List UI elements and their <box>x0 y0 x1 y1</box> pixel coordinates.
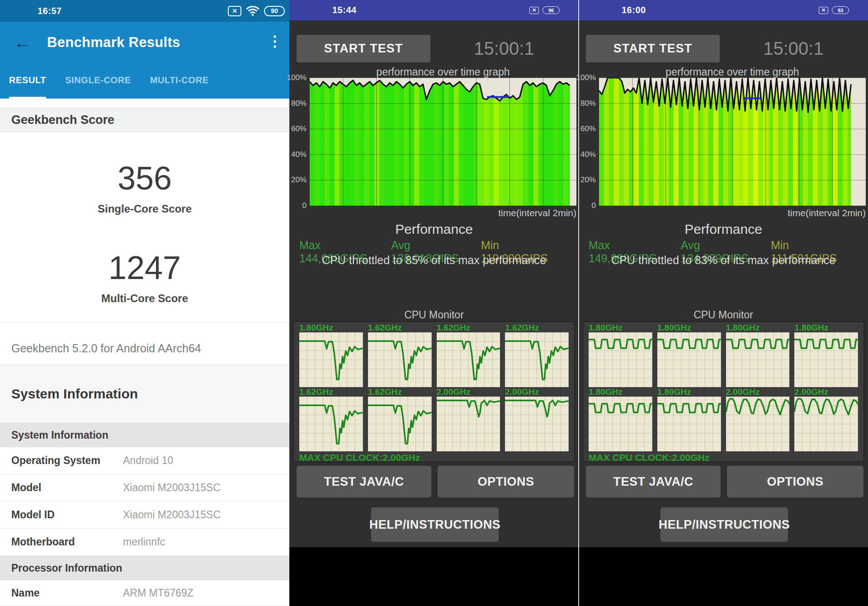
cpu-core-chart <box>726 397 790 451</box>
help-instructions-button[interactable]: HELP/INSTRUCTIONS <box>660 507 788 542</box>
cpu-core-freq-label: 1.80GHz <box>726 323 790 332</box>
y-axis-tick: 20% <box>291 175 307 185</box>
cpu-core-chart <box>437 332 500 387</box>
tab-multi-core[interactable]: MULTI-CORE <box>150 63 209 99</box>
cpu-core-freq-label: 1.80GHz <box>589 323 652 332</box>
single-core-score-value: 356 <box>0 162 289 194</box>
cpu-core-chart <box>368 332 432 387</box>
cpu-core-chart <box>505 397 569 451</box>
row-value: Xiaomi M2003J15SC <box>123 482 221 494</box>
throttle-test-panel-1: 15:44 ✕ 96 START TEST 15:00:1 performanc… <box>289 0 579 606</box>
test-java-c-button[interactable]: TEST JAVA/C <box>586 466 721 497</box>
multi-core-score-value: 1247 <box>0 251 289 284</box>
battery-indicator: 93 <box>832 6 849 14</box>
performance-chart-area <box>310 78 576 206</box>
y-axis-tick: 60% <box>291 124 307 133</box>
navigation-area <box>579 547 868 606</box>
cpu-core-freq-label: 1.62GHz <box>368 323 432 332</box>
cpu-core-chart <box>589 397 652 451</box>
cpu-core-cell: 1.80GHz <box>299 323 363 387</box>
row-label: Model ID <box>11 509 123 521</box>
status-bar: 16:57 ✕ 90 <box>0 0 289 22</box>
cpu-core-cell: 1.80GHz <box>657 323 721 387</box>
options-button[interactable]: OPTIONS <box>727 466 863 497</box>
y-axis-tick: 40% <box>580 150 596 159</box>
cpu-core-chart <box>794 332 858 387</box>
page-title: Benchmark Results <box>47 34 180 51</box>
row-value: Android 10 <box>123 454 173 467</box>
overflow-menu-icon[interactable]: ⋮ <box>268 33 282 50</box>
status-time: 16:00 <box>622 5 646 15</box>
cpu-core-freq-label: 1.80GHz <box>299 323 363 332</box>
app-header: ← Benchmark Results ⋮ <box>0 22 289 63</box>
start-test-button[interactable]: START TEST <box>586 35 720 62</box>
y-axis-tick: 80% <box>580 99 596 108</box>
test-java-c-button[interactable]: TEST JAVA/C <box>297 466 431 497</box>
y-axis-tick: 100% <box>576 73 596 82</box>
system-information-title-wrap: System Information <box>0 365 289 423</box>
cpu-core-chart <box>437 397 500 451</box>
cpu-core-chart <box>505 332 569 387</box>
performance-chart <box>599 78 866 206</box>
help-instructions-button[interactable]: HELP/INSTRUCTIONS <box>371 507 499 542</box>
tab-single-core[interactable]: SINGLE-CORE <box>65 63 131 99</box>
y-axis-tick: 0 <box>302 201 307 210</box>
cpu-core-chart <box>794 397 858 451</box>
battery-indicator: 90 <box>264 6 285 16</box>
y-axis-tick: 80% <box>291 99 307 108</box>
performance-chart-area <box>599 78 866 206</box>
cpu-core-freq-label: 1.80GHz <box>794 323 858 332</box>
geekbench-version-text: Geekbench 5.2.0 for Android AArch64 <box>0 332 289 365</box>
screenshot-root: 16:57 ✕ 90 ← Benchmark Results ⋮ RESULT … <box>0 0 868 606</box>
throttle-summary-text: CPU throttled to 85% of its max performa… <box>289 254 579 267</box>
start-test-button[interactable]: START TEST <box>297 35 430 62</box>
cpu-core-cell: 1.62GHz <box>368 323 432 387</box>
throttle-test-panel-2: 16:00 ✕ 93 START TEST 15:00:1 performanc… <box>579 0 868 606</box>
row-label: Operating System <box>11 454 123 467</box>
single-core-score-label: Single-Core Score <box>0 203 289 215</box>
options-button[interactable]: OPTIONS <box>438 466 574 497</box>
cpu-core-cell: 1.80GHz <box>726 323 790 387</box>
panel-divider <box>578 0 579 606</box>
cpu-core-freq-label: 1.80GHz <box>589 387 652 397</box>
status-icons: ✕ 96 <box>529 6 560 14</box>
cpu-core-cell: 1.62GHz <box>505 323 569 387</box>
test-timer: 15:00:1 <box>723 35 863 62</box>
cpu-core-freq-label: 1.62GHz <box>299 387 363 397</box>
cpu-core-chart <box>368 397 432 451</box>
cpu-core-grid: 1.80GHz1.80GHz1.80GHz1.80GHz1.80GHz1.80G… <box>589 323 858 451</box>
row-label: Model <box>11 482 123 494</box>
multi-core-score-label: Multi-Core Score <box>0 292 289 305</box>
cpu-monitor-box: 1.80GHz1.62GHz1.62GHz1.62GHz1.62GHz1.62G… <box>293 321 575 462</box>
performance-graph-title: performance over time graph <box>599 66 866 78</box>
row-value: merlinnfc <box>123 536 165 548</box>
cpu-core-freq-label: 1.80GHz <box>657 387 721 397</box>
status-icons: ✕ 93 <box>819 6 849 14</box>
cpu-core-cell: 1.80GHz <box>657 387 721 451</box>
cpu-core-cell: 2.00GHz <box>726 387 790 451</box>
info-row-model: Model Xiaomi M2003J15SC <box>0 474 289 502</box>
cpu-core-freq-label: 2.00GHz <box>794 387 858 397</box>
row-label: Motherboard <box>11 536 123 548</box>
throttle-summary-text: CPU throttled to 83% of its max performa… <box>579 254 868 267</box>
info-row-model-id: Model ID Xiaomi M2003J15SC <box>0 502 289 529</box>
tab-result[interactable]: RESULT <box>9 63 46 99</box>
cpu-core-chart <box>726 332 790 387</box>
x-axis-label: time(interval 2min) <box>599 208 866 218</box>
x-axis-label: time(interval 2min) <box>310 208 576 218</box>
cpu-core-chart <box>657 397 721 451</box>
performance-chart <box>310 78 576 206</box>
back-arrow-icon[interactable]: ← <box>14 34 31 51</box>
geekbench-panel: 16:57 ✕ 90 ← Benchmark Results ⋮ RESULT … <box>0 0 289 606</box>
cpu-core-cell: 1.62GHz <box>437 323 500 387</box>
status-icons: ✕ 90 <box>228 5 285 16</box>
info-row-processor-name: Name ARM MT6769Z <box>0 580 289 606</box>
y-axis-tick: 40% <box>291 150 307 159</box>
divider <box>0 322 289 322</box>
test-timer: 15:00:1 <box>434 35 574 62</box>
cpu-core-cell: 2.00GHz <box>437 387 500 451</box>
info-row-operating-system: Operating System Android 10 <box>0 447 289 474</box>
cpu-core-freq-label: 2.00GHz <box>437 387 500 397</box>
row-label: Name <box>11 587 123 599</box>
cpu-monitor-title: CPU Monitor <box>579 309 868 321</box>
